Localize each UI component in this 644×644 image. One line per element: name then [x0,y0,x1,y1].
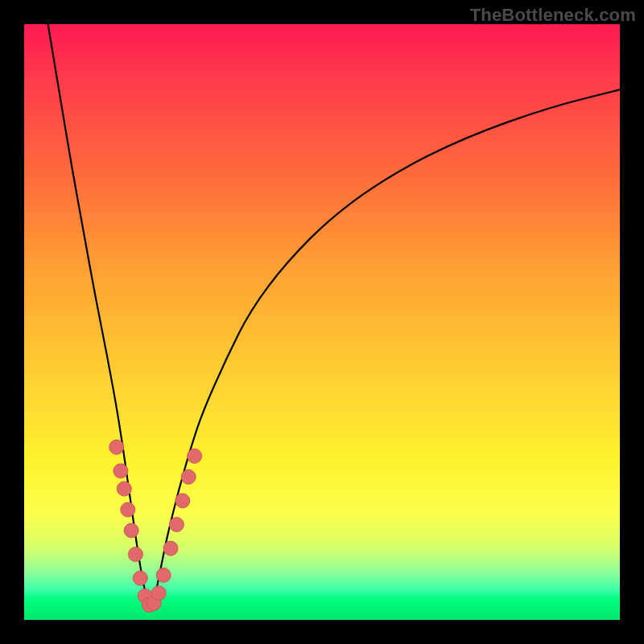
curve-marker [109,440,124,454]
curve-marker [133,571,147,585]
curve-marker [151,586,166,601]
curve-marker [128,547,142,562]
curve-marker [156,568,171,583]
curve-svg [24,24,620,620]
curve-markers [109,440,202,612]
curve-marker [121,502,135,517]
curve-marker [175,493,190,508]
curve-marker [169,518,184,532]
curve-marker [163,541,178,555]
curve-marker [181,469,196,484]
curve-marker [117,481,131,496]
watermark-text: TheBottleneck.com [470,5,636,26]
curve-marker [114,464,128,478]
chart-frame: TheBottleneck.com [0,0,644,644]
bottleneck-curve [48,24,620,604]
curve-marker [124,523,138,538]
plot-area [24,24,620,620]
curve-marker [188,449,202,464]
